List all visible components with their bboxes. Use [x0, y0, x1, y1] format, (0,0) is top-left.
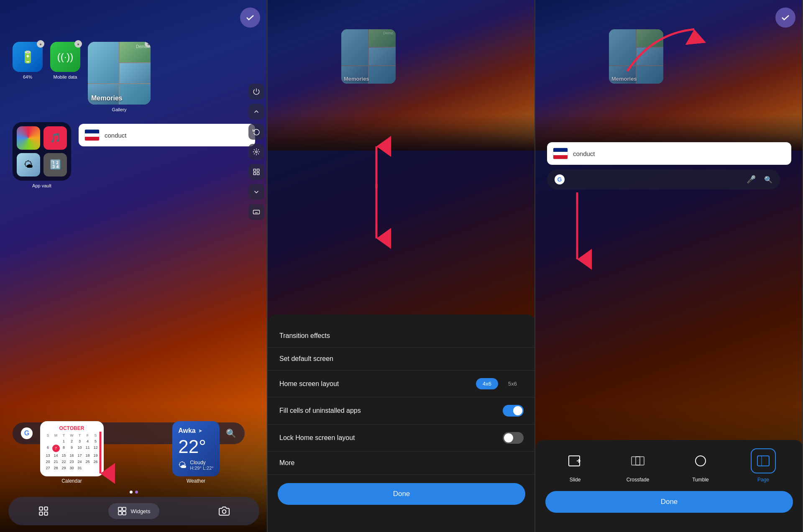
fill-cells-toggle[interactable]	[503, 405, 524, 417]
svg-point-19	[222, 510, 226, 514]
confirm-button-3[interactable]	[775, 8, 795, 28]
refresh-btn[interactable]	[248, 124, 264, 140]
flag-icon	[84, 129, 100, 141]
battery-label: 64%	[23, 74, 32, 79]
cal-d: 31	[76, 465, 84, 471]
cal-h-thu: T	[76, 433, 84, 438]
calendar-month: OCTOBER	[44, 425, 100, 431]
vault-icon-3: 🌤	[17, 153, 40, 176]
done-button-2[interactable]: Done	[278, 483, 525, 505]
calendar-widget[interactable]: OCTOBER S M T W T F S 1 2 3 4 5	[40, 421, 104, 476]
crossfade-option[interactable]: Crossfade	[625, 448, 650, 483]
tumble-option[interactable]: Tumble	[688, 448, 713, 483]
battery-app[interactable]: 🔋 ● 64%	[13, 42, 43, 79]
conduct-prev-3: conduct	[547, 142, 791, 165]
cal-d: 25	[84, 459, 92, 465]
fill-cells-row[interactable]: Fill cells of uninstalled apps	[268, 397, 535, 425]
weather-desc-row: 🌤 Cloudy H:29° L:22°	[178, 460, 214, 471]
cal-d	[44, 438, 52, 444]
weather-widget[interactable]: Awka ➤ 22° 🌤 Cloudy H:29° L:22°	[172, 421, 220, 476]
lock-screen-label: Lock Home screen layout	[279, 434, 355, 442]
layout-5x6-btn[interactable]: 5x6	[501, 378, 524, 389]
vault-label: App vault	[32, 183, 51, 188]
battery-icon: 🔋 ●	[13, 42, 43, 72]
app-vault-group[interactable]: 🎵 🌤 🔢 App vault	[13, 122, 71, 188]
svg-rect-3	[253, 173, 256, 175]
pc-3p3	[637, 48, 663, 65]
transition-effects-row[interactable]: Transition effects	[268, 325, 535, 348]
memories-prev-widget-3: Memories	[609, 29, 663, 84]
layout-4x6-btn[interactable]: 4x6	[476, 378, 498, 389]
panel-2: 🔋 66% ((·)) Mobile data	[268, 0, 535, 532]
down-btn[interactable]	[248, 184, 264, 200]
taskbar-camera-btn[interactable]	[219, 506, 230, 517]
mobile-data-icon: ((·)) ●	[50, 42, 80, 72]
app-row-top: 🔋 ● 64% ((·)) ● Mobile data	[13, 42, 255, 112]
widgets-btn[interactable]: Widgets	[108, 503, 160, 519]
svg-rect-14	[44, 512, 48, 515]
remove-dot[interactable]: ●	[37, 40, 44, 48]
done-button-3[interactable]: Done	[545, 491, 793, 513]
cal-d: 15	[60, 453, 68, 458]
home-screen-layout-row[interactable]: Home screen layout 4x6 5x6	[268, 371, 535, 397]
cal-h-wed: W	[68, 433, 76, 438]
svg-rect-18	[122, 512, 125, 515]
vault-icon-1	[17, 126, 40, 150]
svg-rect-16	[122, 507, 125, 511]
vault-icon-4: 🔢	[43, 153, 67, 176]
weather-temp: 22°	[178, 436, 214, 457]
cal-d: 26	[92, 459, 100, 465]
cal-d: 23	[68, 459, 76, 465]
tumble-label: Tumble	[692, 477, 709, 483]
svg-rect-15	[118, 507, 121, 511]
weather-icon: 🌤	[178, 460, 187, 470]
cal-d	[84, 465, 92, 471]
cal-d: 28	[52, 465, 60, 471]
home-screen-layout-label: Home screen layout	[279, 380, 339, 388]
up-btn[interactable]	[248, 104, 264, 120]
slide-option[interactable]: Slide	[563, 448, 588, 483]
memories-widget[interactable]: ● Demo Memories Gallery	[88, 42, 151, 112]
pc-5p3	[637, 66, 663, 84]
confirm-button-1[interactable]	[240, 8, 260, 28]
wallpaper-preview	[268, 0, 535, 151]
taskbar-home-btn[interactable]	[38, 506, 49, 517]
mobile-data-app[interactable]: ((·)) ● Mobile data	[50, 42, 80, 79]
svg-rect-13	[39, 512, 43, 515]
weather-city-row: Awka ➤	[178, 427, 214, 435]
gallery-label: Gallery	[112, 107, 127, 112]
memories-prev-widget: Demo Memories	[341, 29, 396, 84]
panel-1: 🔋 ● 64% ((·)) ● Mobile data	[0, 0, 268, 532]
second-row: 🎵 🌤 🔢 App vault conduct	[13, 118, 255, 188]
dot-1	[130, 491, 133, 494]
page-dots	[0, 491, 268, 494]
svg-rect-5	[253, 210, 260, 214]
weather-widget-label: Weather	[187, 478, 205, 484]
page-option[interactable]: Page	[751, 448, 776, 483]
cal-d: 6	[44, 445, 52, 452]
settings-gear-btn[interactable]	[248, 144, 264, 160]
bottom-widgets: OCTOBER S M T W T F S 1 2 3 4 5	[13, 421, 255, 484]
slide-icon	[563, 448, 588, 473]
svg-rect-4	[257, 173, 259, 175]
cal-d: 8	[60, 445, 68, 452]
cal-d: 2	[68, 438, 76, 444]
lock-screen-toggle[interactable]	[503, 432, 524, 444]
tumble-icon	[688, 448, 713, 473]
mic-prev-3: 🎤	[747, 175, 756, 184]
power-btn[interactable]	[248, 84, 264, 100]
cal-d: 9	[68, 445, 76, 452]
transition-effects-label: Transition effects	[279, 332, 330, 340]
cal-d: 11	[84, 445, 92, 452]
more-row[interactable]: More	[268, 452, 535, 475]
grid-btn[interactable]	[248, 164, 264, 180]
calendar-grid: S M T W T F S 1 2 3 4 5 6	[44, 433, 100, 471]
conduct-widget[interactable]: conduct	[79, 124, 255, 146]
keyboard-btn[interactable]	[248, 204, 264, 220]
cal-d: 17	[76, 453, 84, 458]
lock-screen-row[interactable]: Lock Home screen layout	[268, 425, 535, 452]
cal-d: 19	[92, 453, 100, 458]
svg-point-0	[256, 151, 258, 153]
remove-dot-2[interactable]: ●	[74, 40, 82, 48]
set-default-screen-row[interactable]: Set default screen	[268, 348, 535, 371]
